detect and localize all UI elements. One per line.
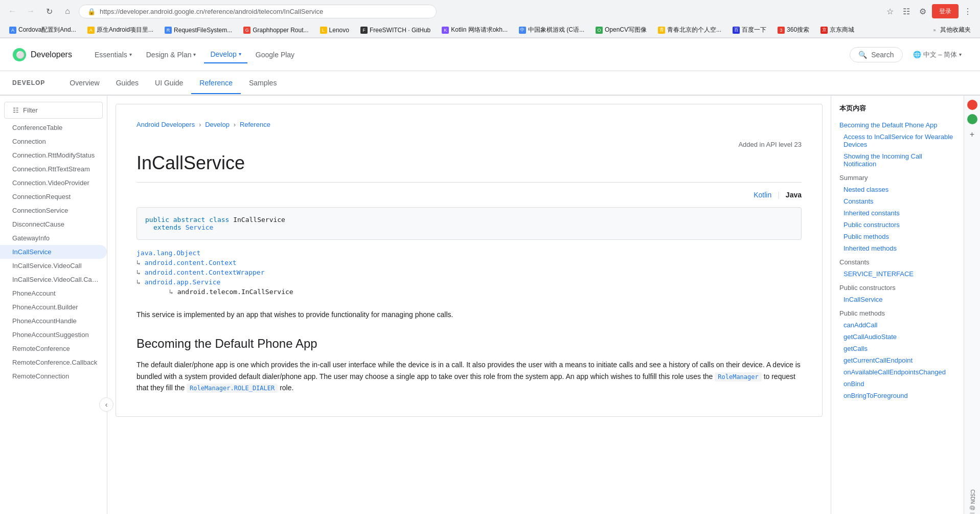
toc-public-methods-label: Public methods xyxy=(831,305,964,319)
bookmark-item[interactable]: R RequestFileSystem... xyxy=(161,25,236,35)
sidebar-item-conferencetable[interactable]: ConferenceTable xyxy=(0,121,107,135)
section-becoming-body: The default dialer/phone app is one whic… xyxy=(136,359,802,393)
class-header: Added in API level 23 InCallService Kotl… xyxy=(136,141,802,297)
toc-service-interface[interactable]: SERVICE_INTERFACE xyxy=(831,268,964,280)
toc-becoming-default[interactable]: Becoming the Default Phone App xyxy=(831,119,964,131)
toc-access-wearable[interactable]: Access to InCallService for Wearable Dev… xyxy=(831,131,964,150)
nav-develop[interactable]: Develop ▾ xyxy=(204,46,247,63)
bookmark-item[interactable]: K Kotlin 网络请求okh... xyxy=(438,24,512,36)
toc-constants[interactable]: Constants xyxy=(831,195,964,207)
bookmark-item[interactable]: 中 中国象棋游戏 (C语... xyxy=(515,24,588,36)
logo-text: Developers xyxy=(31,50,72,59)
kotlin-btn[interactable]: Kotlin xyxy=(754,191,771,199)
toc-can-add-call[interactable]: canAddCall xyxy=(831,319,964,331)
hierarchy-object[interactable]: java.lang.Object xyxy=(136,249,200,257)
bookmark-item[interactable]: 青 青春北京的个人空... xyxy=(654,24,725,36)
service-link[interactable]: Service xyxy=(186,224,214,231)
csdn-watermark: CSDN @五一辆 xyxy=(967,487,978,512)
address-bar[interactable]: 🔒 https://developer.android.google.cn/re… xyxy=(79,5,437,18)
bookmark-item[interactable]: O OpenCV写图像 xyxy=(591,24,651,36)
edge-btn-1[interactable]: + xyxy=(966,128,978,141)
hierarchy-service[interactable]: android.app.Service xyxy=(145,278,221,286)
tab-ui-guide[interactable]: UI Guide xyxy=(147,73,191,94)
toc-incallservice-constructor[interactable]: InCallService xyxy=(831,294,964,305)
forward-button[interactable]: → xyxy=(24,4,38,18)
sidebar-item-connection-rttmodifystatus[interactable]: Connection.RttModifyStatus xyxy=(0,148,107,162)
toc-get-calls[interactable]: getCalls xyxy=(831,343,964,354)
filter-input[interactable]: ☷ Filter xyxy=(4,102,103,119)
bookmark-item[interactable]: G Graphhopper Rout... xyxy=(239,25,312,35)
search-bar[interactable]: 🔍 Search xyxy=(850,47,902,62)
toc-on-bring-to-foreground[interactable]: onBringToForeground xyxy=(831,390,964,401)
role-manager-link[interactable]: RoleManager xyxy=(715,372,761,382)
reload-button[interactable]: ↻ xyxy=(42,4,56,18)
profile-btn[interactable]: 登录 xyxy=(932,4,959,18)
sidebar-toggle-button[interactable]: ‹ xyxy=(99,397,113,412)
chevron-down-icon: ▾ xyxy=(959,52,962,57)
role-dialer-link[interactable]: RoleManager.ROLE_DIALER xyxy=(187,384,278,393)
bookmark-item[interactable]: F FreeSWITCH · GitHub xyxy=(356,25,435,35)
toc-on-available-call-endpoints-changed[interactable]: onAvailableCallEndpointsChanged xyxy=(831,366,964,378)
class-title: InCallService xyxy=(136,152,802,183)
tab-grid[interactable]: ☷ xyxy=(899,4,914,18)
sidebar-item-remoteconference[interactable]: RemoteConference xyxy=(0,342,107,355)
extension-btn[interactable]: ⚙ xyxy=(916,4,930,18)
bookmark-item[interactable]: 百 百度一下 xyxy=(728,24,770,36)
language-selector[interactable]: 🌐 中文 – 简体 ▾ xyxy=(907,47,968,62)
breadcrumb-android-developers[interactable]: Android Developers xyxy=(136,121,195,128)
toc-get-call-audio-state[interactable]: getCallAudioState xyxy=(831,331,964,343)
tab-reference[interactable]: Reference xyxy=(191,73,241,94)
browser-toolbar: ← → ↻ ⌂ 🔒 https://developer.android.goog… xyxy=(0,0,980,23)
sidebar-item-phoneaccount[interactable]: PhoneAccount xyxy=(0,286,107,300)
develop-label: DEVELOP xyxy=(12,79,45,86)
sidebar-item-connection[interactable]: Connection xyxy=(0,135,107,148)
sidebar-item-phoneaccountsuggestion[interactable]: PhoneAccountSuggestion xyxy=(0,328,107,342)
toc-inherited-constants[interactable]: Inherited constants xyxy=(831,207,964,219)
bookmark-star[interactable]: ☆ xyxy=(883,4,897,18)
home-button[interactable]: ⌂ xyxy=(60,4,75,18)
sidebar-item-phoneaccounthandle[interactable]: PhoneAccountHandle xyxy=(0,314,107,328)
bookmark-item[interactable]: 3 360搜索 xyxy=(773,24,813,36)
tab-overview[interactable]: Overview xyxy=(61,73,107,94)
sidebar-item-phoneaccount-builder[interactable]: PhoneAccount.Builder xyxy=(0,300,107,314)
search-label: Search xyxy=(871,51,894,59)
java-btn[interactable]: Java xyxy=(786,191,802,199)
tab-samples[interactable]: Samples xyxy=(241,73,285,94)
nav-google-play[interactable]: Google Play xyxy=(249,47,301,63)
toc-public-constructors-summary[interactable]: Public constructors xyxy=(831,219,964,231)
toc-inherited-methods-summary[interactable]: Inherited methods xyxy=(831,242,964,254)
sidebar-item-connectionrequest[interactable]: ConnectionRequest xyxy=(0,190,107,204)
bookmark-item[interactable]: L Lenovo xyxy=(316,25,353,35)
toc-incoming-notification[interactable]: Showing the Incoming Call Notification xyxy=(831,150,964,170)
sidebar-item-remoteconference-callback[interactable]: RemoteConference.Callback xyxy=(0,355,107,369)
toc-nested-classes[interactable]: Nested classes xyxy=(831,184,964,195)
sidebar-item-connectionservice[interactable]: ConnectionService xyxy=(0,204,107,217)
sidebar-item-incallservice[interactable]: InCallService xyxy=(0,245,107,259)
bookmark-item[interactable]: 京 京东商城 xyxy=(816,24,858,36)
toc-public-methods-summary[interactable]: Public methods xyxy=(831,231,964,242)
sidebar-item-gatewayinfo[interactable]: GatewayInfo xyxy=(0,231,107,245)
bookmark-item[interactable]: » 其他收藏夹 xyxy=(927,24,975,36)
sidebar-item-incallservice-videocall[interactable]: InCallService.VideoCall xyxy=(0,259,107,273)
class-hierarchy: java.lang.Object ↳ android.content.Conte… xyxy=(136,248,802,297)
tab-guides[interactable]: Guides xyxy=(108,73,147,94)
breadcrumb-reference[interactable]: Reference xyxy=(240,121,270,128)
sidebar-item-remoteconnection[interactable]: RemoteConnection xyxy=(0,369,107,383)
toc-get-current-call-endpoint[interactable]: getCurrentCallEndpoint xyxy=(831,354,964,366)
sidebar-item-incallservice-videocall-callback[interactable]: InCallService.VideoCall.Callback xyxy=(0,273,107,286)
sidebar-item-disconnectcause[interactable]: DisconnectCause xyxy=(0,217,107,231)
sidebar-item-connection-videoprovider[interactable]: Connection.VideoProvider xyxy=(0,176,107,190)
logo[interactable]: ⚪ Developers xyxy=(12,48,72,62)
back-button[interactable]: ← xyxy=(5,4,19,18)
nav-essentials[interactable]: Essentials ▾ xyxy=(88,47,138,63)
nav-design[interactable]: Design & Plan ▾ xyxy=(140,47,202,63)
search-icon: 🔍 xyxy=(858,51,867,59)
sidebar-item-connection-rtttextstream[interactable]: Connection.RttTextStream xyxy=(0,162,107,176)
hierarchy-contextwrapper[interactable]: android.content.ContextWrapper xyxy=(145,269,265,276)
bookmark-item[interactable]: A Cordova配置到And... xyxy=(5,24,80,36)
more-btn[interactable]: ⋮ xyxy=(961,4,975,18)
toc-on-bind[interactable]: onBind xyxy=(831,378,964,390)
breadcrumb-develop[interactable]: Develop xyxy=(205,121,230,128)
hierarchy-context[interactable]: android.content.Context xyxy=(145,259,237,266)
bookmark-item[interactable]: A 原生Android项目里... xyxy=(83,24,157,36)
